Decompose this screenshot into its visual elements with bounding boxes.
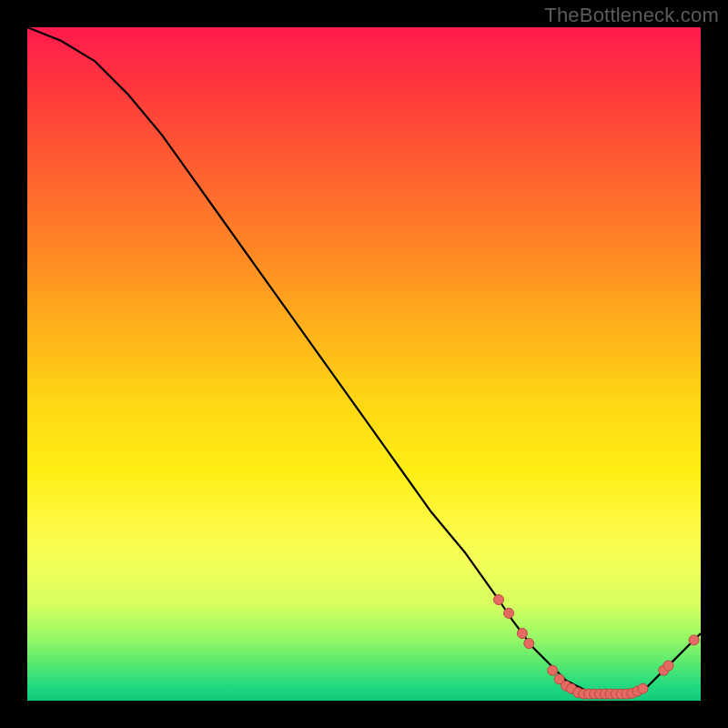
data-point: [494, 595, 504, 605]
watermark-text: TheBottleneck.com: [544, 4, 719, 27]
data-point: [663, 661, 673, 671]
markers-group: [494, 595, 700, 700]
data-point: [504, 608, 514, 618]
chart-svg: [27, 27, 701, 701]
data-point: [689, 635, 699, 645]
data-point: [638, 683, 648, 693]
data-point: [548, 665, 558, 675]
data-point: [517, 629, 527, 639]
chart-frame: TheBottleneck.com: [0, 0, 728, 728]
plot-area: [27, 27, 701, 701]
bottleneck-curve: [27, 27, 701, 694]
data-point: [524, 639, 534, 649]
